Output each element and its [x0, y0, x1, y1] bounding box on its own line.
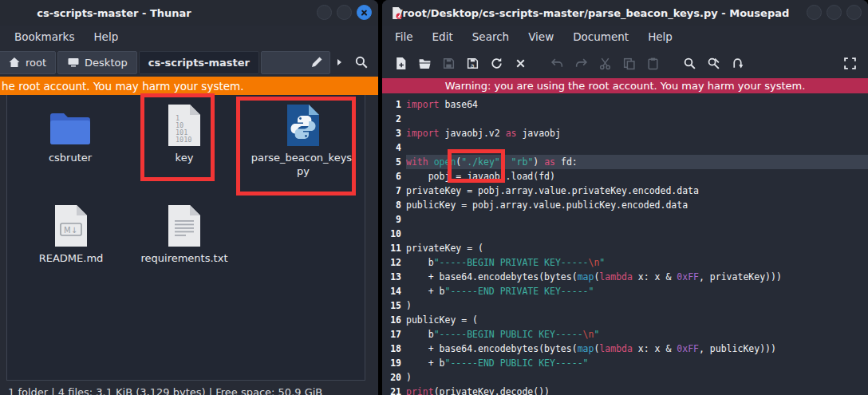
line-number: 17	[382, 327, 401, 342]
file-item-requirements.txt[interactable]: requirements.txt	[124, 201, 244, 265]
code-text	[406, 227, 868, 241]
maximize-button[interactable]	[337, 5, 352, 20]
code-text	[406, 212, 868, 227]
code-text: + b"-----END PRIVATE KEY-----"	[406, 284, 868, 298]
code-line-18[interactable]: 18 + base64.encodebytes(bytes(map(lambda…	[382, 342, 868, 356]
file-item-csbruter[interactable]: csbruter	[26, 101, 114, 164]
code-line-2[interactable]: 2	[382, 112, 868, 126]
code-line-3[interactable]: 3import javaobj.v2 as javaobj	[382, 126, 868, 140]
thunar-titlebar[interactable]: cs-scripts-master - Thunar	[0, 0, 378, 26]
code-line-10[interactable]: 10	[382, 227, 868, 241]
line-number: 19	[382, 356, 401, 370]
copy-icon	[622, 57, 636, 70]
line-number: 6	[382, 169, 401, 184]
mousepad-menu-file[interactable]: File	[387, 28, 421, 45]
close-file-icon	[514, 57, 527, 70]
path-entry-toggle[interactable]	[261, 51, 330, 74]
code-text: import base64	[406, 97, 868, 112]
code-text	[406, 112, 868, 126]
mousepad-menu-document[interactable]: Document	[565, 28, 637, 45]
line-number: 20	[382, 370, 401, 385]
mousepad-menu-search[interactable]: Search	[464, 28, 517, 45]
file-label: csbruter	[49, 151, 92, 164]
copy-button[interactable]	[617, 51, 641, 75]
close-button[interactable]	[846, 5, 862, 20]
thunar-pathbar: root Desktop cs-scripts-master	[0, 48, 378, 77]
find-replace-icon	[707, 57, 720, 70]
folder-file-icon	[49, 101, 92, 147]
thunar-menu-bookmarks[interactable]: Bookmarks	[6, 28, 82, 45]
line-number: 9	[382, 212, 401, 227]
redo-button[interactable]	[569, 51, 593, 75]
code-line-7[interactable]: 7privateKey = pobj.array.value.privateKe…	[382, 184, 868, 198]
close-file-button[interactable]	[508, 51, 532, 75]
paste-button[interactable]	[641, 51, 665, 75]
code-editor[interactable]: 1import base6423import javaobj.v2 as jav…	[382, 95, 868, 395]
mousepad-titlebar[interactable]: /root/Desktop/cs-scripts-master/parse_be…	[382, 0, 868, 26]
code-line-11[interactable]: 11privateKey = (	[382, 241, 868, 255]
undo-icon	[550, 57, 564, 70]
thunar-menu-help[interactable]: Help	[85, 28, 126, 45]
mousepad-menu-edit[interactable]: Edit	[424, 28, 461, 45]
line-number: 2	[382, 112, 401, 126]
code-line-17[interactable]: 17 b"-----BEGIN PUBLIC KEY-----\n"	[382, 327, 868, 342]
undo-button[interactable]	[545, 51, 569, 75]
file-item-README.md[interactable]: M↓README.md	[27, 201, 115, 265]
reload-icon	[490, 57, 503, 70]
line-number: 1	[382, 97, 401, 112]
code-line-14[interactable]: 14 + b"-----END PRIVATE KEY-----"	[382, 284, 868, 298]
code-line-15[interactable]: 15)	[382, 298, 868, 313]
line-number: 10	[382, 227, 401, 241]
maximize-button[interactable]	[827, 5, 842, 20]
reload-button[interactable]	[484, 51, 508, 75]
find-replace-button[interactable]	[701, 51, 725, 75]
minimize-button[interactable]	[317, 5, 332, 20]
path-label-root: root	[26, 57, 46, 69]
line-number: 12	[382, 255, 401, 270]
find-button[interactable]	[677, 51, 701, 75]
thunar-warning-text: he root account. You may harm your syste…	[2, 80, 243, 93]
code-text: )	[406, 370, 868, 385]
save-button[interactable]	[436, 51, 460, 75]
new-file-icon	[394, 57, 408, 70]
mousepad-warning-text: Warning: you are using the root account.…	[445, 80, 806, 92]
chevron-right-icon	[333, 56, 345, 69]
code-line-12[interactable]: 12 b"-----BEGIN PRIVATE KEY-----\n"	[382, 255, 868, 270]
save-as-button[interactable]: a	[460, 51, 484, 75]
line-number: 14	[382, 284, 401, 298]
fullscreen-button[interactable]	[838, 51, 862, 75]
mousepad-menu-help[interactable]: Help	[640, 28, 681, 45]
code-line-9[interactable]: 9	[382, 212, 868, 227]
code-line-21[interactable]: 21print(privateKey.decode())	[382, 385, 868, 395]
annotation-key-file	[140, 93, 215, 181]
code-text: + base64.encodebytes(bytes(map(lambda x:…	[406, 342, 868, 356]
code-line-16[interactable]: 16publicKey = (	[382, 313, 868, 327]
path-label-current: cs-scripts-master	[148, 57, 250, 69]
code-line-1[interactable]: 1import base64	[382, 97, 868, 112]
code-line-20[interactable]: 20)	[382, 370, 868, 385]
fullscreen-icon	[843, 57, 857, 70]
code-text: publicKey = pobj.array.value.publicKey.e…	[406, 198, 868, 212]
line-number: 16	[382, 313, 401, 327]
new-file-button[interactable]	[389, 51, 412, 75]
pathbar-expander[interactable]	[332, 51, 346, 74]
open-file-button[interactable]	[412, 51, 436, 75]
minimize-button[interactable]	[807, 5, 822, 20]
thunar-menubar: BookmarksHelp	[0, 26, 378, 48]
path-button-root[interactable]: root	[0, 51, 56, 74]
line-number: 3	[382, 126, 401, 140]
code-text: privateKey = pobj.array.value.privateKey…	[406, 184, 868, 198]
code-line-8[interactable]: 8publicKey = pobj.array.value.publicKey.…	[382, 198, 868, 212]
cut-button[interactable]	[593, 51, 617, 75]
line-number: 5	[382, 155, 401, 169]
close-icon[interactable]	[357, 5, 372, 20]
code-line-13[interactable]: 13 + base64.encodebytes(bytes(map(lambda…	[382, 270, 868, 284]
search-button[interactable]	[348, 51, 375, 74]
code-line-19[interactable]: 19 + b"-----END PUBLIC KEY-----"	[382, 356, 868, 370]
mousepad-menu-view[interactable]: View	[520, 28, 562, 45]
path-button-desktop[interactable]: Desktop	[57, 51, 137, 74]
cut-icon	[598, 57, 612, 70]
line-number: 11	[382, 241, 401, 255]
go-to-line-button[interactable]	[725, 51, 749, 75]
path-button-current-folder[interactable]: cs-scripts-master	[139, 51, 259, 74]
